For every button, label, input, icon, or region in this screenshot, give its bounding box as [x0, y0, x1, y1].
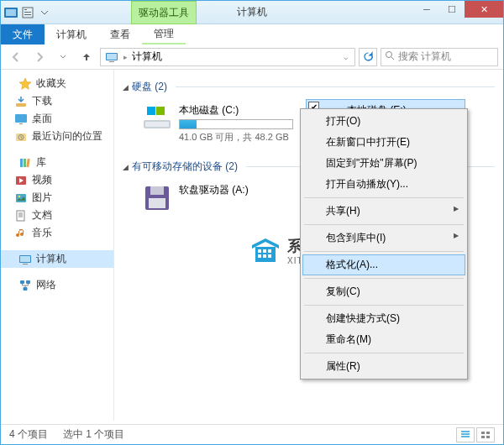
sidebar-favorites[interactable]: 收藏夹	[1, 75, 113, 92]
breadcrumb-item[interactable]: 计算机	[130, 50, 164, 64]
svg-rect-31	[156, 107, 165, 115]
music-icon	[14, 227, 28, 240]
svg-rect-45	[481, 432, 485, 434]
close-button[interactable]: ✕	[465, 1, 503, 18]
svg-rect-4	[24, 12, 31, 13]
context-menu: 打开(O) 在新窗口中打开(E) 固定到"开始"屏幕(P) 打开自动播放(Y).…	[300, 108, 468, 380]
view-details-button[interactable]	[456, 427, 475, 442]
network-icon	[18, 279, 32, 292]
sidebar-pictures[interactable]: 图片	[1, 189, 113, 207]
ribbon-tabs: 文件 计算机 查看 管理	[1, 24, 503, 44]
svg-rect-37	[149, 198, 165, 208]
svg-rect-12	[19, 123, 23, 124]
tab-manage[interactable]: 管理	[142, 24, 186, 44]
menu-copy[interactable]: 复制(C)	[302, 281, 465, 302]
sidebar-label: 最近访问的位置	[32, 129, 102, 144]
group-label: 硬盘 (2)	[132, 80, 167, 94]
menu-rename[interactable]: 重命名(M)	[302, 329, 465, 350]
svg-rect-24	[23, 264, 28, 264]
sidebar-label: 文档	[32, 208, 52, 222]
window-title: 计算机	[237, 5, 267, 19]
svg-rect-38	[255, 247, 276, 262]
menu-open[interactable]: 打开(O)	[302, 111, 465, 132]
search-input[interactable]: 搜索 计算机	[381, 48, 498, 66]
svg-rect-30	[147, 107, 155, 115]
menu-open-new-window[interactable]: 在新窗口中打开(E)	[302, 132, 465, 153]
minimize-button[interactable]: ─	[414, 1, 439, 18]
forward-button[interactable]	[29, 47, 50, 67]
capacity-bar	[179, 119, 293, 129]
sidebar-label: 桌面	[32, 112, 52, 126]
menu-autoplay[interactable]: 打开自动播放(Y)...	[302, 174, 465, 195]
menu-create-shortcut[interactable]: 创建快捷方式(S)	[302, 308, 465, 329]
svg-rect-41	[268, 249, 271, 253]
sidebar-videos[interactable]: 视频	[1, 171, 113, 189]
chevron-down-icon: ◢	[123, 163, 129, 171]
sidebar-computer[interactable]: 计算机	[1, 250, 113, 268]
tab-file[interactable]: 文件	[1, 24, 45, 44]
breadcrumb-separator[interactable]: ▸	[121, 53, 130, 61]
divider	[176, 86, 495, 87]
svg-rect-47	[481, 436, 485, 438]
qat-dropdown-icon[interactable]	[38, 6, 51, 19]
address-bar[interactable]: ▸ 计算机 ⌵	[100, 48, 355, 66]
refresh-button[interactable]	[359, 48, 377, 66]
sidebar-label: 计算机	[36, 252, 66, 266]
tab-computer[interactable]: 计算机	[45, 24, 98, 44]
documents-icon	[14, 209, 28, 222]
menu-separator	[304, 197, 464, 198]
sidebar-label: 收藏夹	[36, 76, 66, 91]
status-selected-count: 选中 1 个项目	[63, 427, 124, 442]
library-icon	[18, 156, 32, 170]
svg-rect-40	[263, 249, 266, 253]
menu-properties[interactable]: 属性(R)	[302, 356, 465, 377]
tab-view[interactable]: 查看	[98, 24, 142, 44]
svg-rect-39	[258, 249, 261, 253]
svg-rect-43	[263, 254, 266, 258]
sidebar-label: 库	[36, 155, 46, 170]
sidebar-label: 视频	[32, 173, 52, 187]
svg-rect-21	[17, 211, 24, 221]
back-button[interactable]	[6, 47, 26, 67]
pictures-icon	[14, 191, 28, 205]
svg-rect-7	[107, 54, 117, 60]
menu-include-in-library[interactable]: 包含到库中(I)	[302, 228, 465, 249]
svg-rect-25	[20, 280, 24, 284]
menu-pin-to-start[interactable]: 固定到"开始"屏幕(P)	[302, 153, 465, 174]
sidebar-documents[interactable]: 文档	[1, 207, 113, 224]
capacity-text: 41.0 GB 可用，共 48.2 GB	[179, 131, 293, 144]
svg-rect-17	[26, 158, 29, 166]
sidebar-libraries[interactable]: 库	[1, 154, 113, 171]
up-button[interactable]	[76, 47, 97, 67]
svg-rect-29	[145, 122, 169, 127]
drive-c[interactable]: 本地磁盘 (C:) 41.0 GB 可用，共 48.2 GB	[138, 99, 297, 148]
group-header-hdd[interactable]: ◢ 硬盘 (2)	[123, 80, 495, 94]
sidebar-recent[interactable]: 最近访问的位置	[1, 128, 113, 145]
video-icon	[14, 174, 28, 187]
sidebar-music[interactable]: 音乐	[1, 224, 113, 242]
svg-rect-5	[24, 14, 31, 15]
menu-share[interactable]: 共享(H)	[302, 201, 465, 222]
watermark-icon	[249, 237, 282, 265]
menu-separator	[304, 278, 464, 279]
svg-rect-16	[24, 159, 26, 167]
search-icon	[385, 50, 395, 63]
star-icon	[18, 77, 32, 91]
qat-properties-icon[interactable]	[21, 6, 34, 19]
sidebar-downloads[interactable]: 下载	[1, 92, 113, 110]
maximize-button[interactable]: ☐	[439, 1, 465, 18]
drive-a[interactable]: 软盘驱动器 (A:)	[138, 179, 297, 217]
view-icons-button[interactable]	[476, 427, 495, 442]
history-dropdown[interactable]	[53, 47, 73, 67]
download-icon	[14, 95, 28, 108]
sidebar-desktop[interactable]: 桌面	[1, 110, 113, 128]
sidebar-network[interactable]: 网络	[1, 276, 113, 294]
status-item-count: 4 个项目	[9, 427, 48, 442]
svg-rect-42	[258, 254, 261, 258]
address-dropdown[interactable]: ⌵	[339, 53, 353, 61]
svg-rect-3	[24, 9, 27, 10]
desktop-icon	[14, 113, 28, 126]
menu-format[interactable]: 格式化(A)...	[302, 254, 465, 275]
svg-point-20	[18, 195, 20, 196]
titlebar: 驱动器工具 计算机 ─ ☐ ✕	[1, 1, 503, 24]
